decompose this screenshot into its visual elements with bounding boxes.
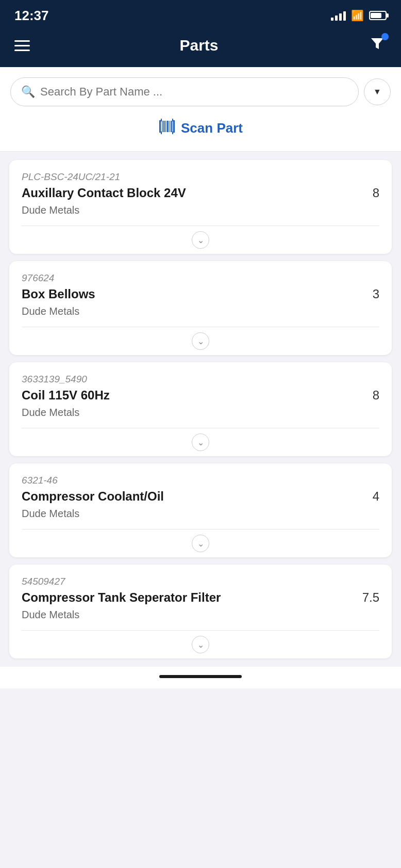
scan-part-label: Scan Part <box>181 120 243 136</box>
part-card: 6321-46 Compressor Coolant/Oil 4 Dude Me… <box>9 463 392 557</box>
part-name: Compressor Tank Seperator Filter <box>22 590 221 605</box>
svg-rect-1 <box>162 121 163 132</box>
part-name: Box Bellows <box>22 287 95 301</box>
part-vendor: Dude Metals <box>22 508 379 520</box>
part-quantity: 8 <box>373 388 379 403</box>
part-vendor: Dude Metals <box>22 609 379 621</box>
signal-icon <box>331 10 346 21</box>
part-quantity: 3 <box>373 287 379 301</box>
svg-rect-5 <box>170 121 171 132</box>
part-name-row: Compressor Tank Seperator Filter 7.5 <box>22 590 379 605</box>
svg-rect-2 <box>163 121 165 132</box>
part-sku: 6321-46 <box>22 475 379 486</box>
part-vendor: Dude Metals <box>22 306 379 317</box>
svg-rect-7 <box>173 121 175 132</box>
part-name-row: Auxillary Contact Block 24V 8 <box>22 186 379 200</box>
part-card: PLC-BSC-24UC/21-21 Auxillary Contact Blo… <box>9 160 392 254</box>
search-section: 🔍 ▼ <box>0 67 401 106</box>
part-name-row: Box Bellows 3 <box>22 287 379 301</box>
part-name: Compressor Coolant/Oil <box>22 489 164 504</box>
svg-rect-4 <box>167 121 169 132</box>
part-expand-row: ⌄ <box>22 226 379 254</box>
part-vendor: Dude Metals <box>22 204 379 216</box>
part-quantity: 8 <box>373 186 379 200</box>
app-header: Parts <box>0 29 401 67</box>
search-row: 🔍 ▼ <box>10 77 391 106</box>
part-card: 54509427 Compressor Tank Seperator Filte… <box>9 565 392 658</box>
status-bar: 12:37 📶 <box>0 0 401 29</box>
page-title: Parts <box>179 37 218 54</box>
wifi-icon: 📶 <box>351 9 364 22</box>
barcode-icon <box>158 118 176 139</box>
part-name-row: Compressor Coolant/Oil 4 <box>22 489 379 504</box>
part-quantity: 4 <box>373 489 379 504</box>
menu-button[interactable] <box>14 40 30 51</box>
part-name: Coil 115V 60Hz <box>22 388 110 403</box>
part-vendor: Dude Metals <box>22 407 379 419</box>
part-expand-row: ⌄ <box>22 327 379 355</box>
svg-rect-0 <box>159 121 161 132</box>
expand-button[interactable]: ⌄ <box>192 231 209 249</box>
part-sku: 976624 <box>22 272 379 284</box>
status-time: 12:37 <box>14 8 49 24</box>
expand-button[interactable]: ⌄ <box>192 433 209 451</box>
part-sku: 3633139_5490 <box>22 374 379 385</box>
search-input-wrapper[interactable]: 🔍 <box>10 77 359 106</box>
part-card: 3633139_5490 Coil 115V 60Hz 8 Dude Metal… <box>9 362 392 456</box>
expand-button[interactable]: ⌄ <box>192 535 209 552</box>
part-sku: PLC-BSC-24UC/21-21 <box>22 171 379 183</box>
status-icons: 📶 <box>331 9 387 22</box>
part-expand-row: ⌄ <box>22 428 379 456</box>
search-input[interactable] <box>40 85 348 99</box>
part-name: Auxillary Contact Block 24V <box>22 186 186 200</box>
svg-rect-6 <box>171 121 173 132</box>
svg-rect-3 <box>165 121 166 132</box>
part-quantity: 7.5 <box>362 590 379 605</box>
home-indicator <box>0 667 401 688</box>
filter-active-dot <box>381 33 389 40</box>
scan-section: Scan Part <box>0 106 401 152</box>
scan-part-button[interactable]: Scan Part <box>158 118 243 139</box>
part-expand-row: ⌄ <box>22 529 379 557</box>
home-bar <box>159 675 242 678</box>
part-expand-row: ⌄ <box>22 630 379 658</box>
part-card: 976624 Box Bellows 3 Dude Metals ⌄ <box>9 261 392 355</box>
search-dropdown-button[interactable]: ▼ <box>364 78 391 105</box>
battery-icon <box>369 11 387 20</box>
search-icon: 🔍 <box>21 85 35 99</box>
filter-button[interactable] <box>368 35 387 56</box>
part-name-row: Coil 115V 60Hz 8 <box>22 388 379 403</box>
expand-button[interactable]: ⌄ <box>192 636 209 653</box>
expand-button[interactable]: ⌄ <box>192 332 209 350</box>
parts-list: PLC-BSC-24UC/21-21 Auxillary Contact Blo… <box>0 152 401 667</box>
part-sku: 54509427 <box>22 576 379 587</box>
